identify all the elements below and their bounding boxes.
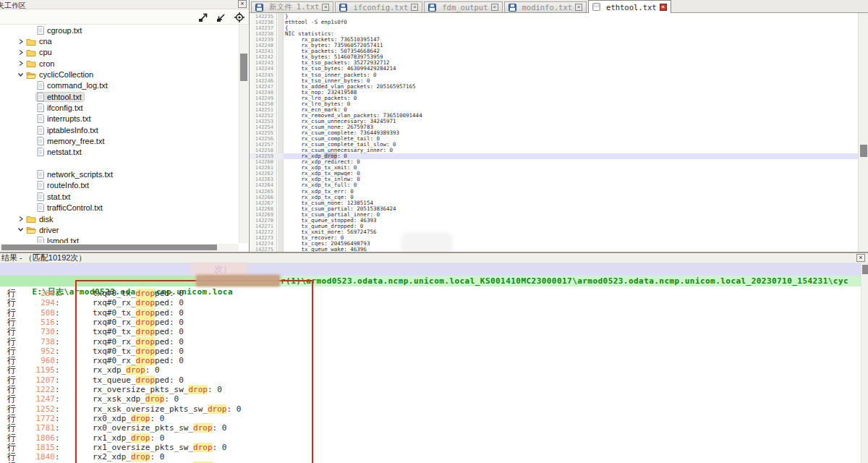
editor-pane[interactable]: 142235}142236ethtool -S enp1s0f0142237{1… xyxy=(250,13,858,252)
tab-ifconfig-txt[interactable]: ifconfig.txt× xyxy=(335,1,422,12)
tree-item-driver[interactable]: driver xyxy=(0,224,239,235)
result-row[interactable]: 行508:txq#0_tx_dropped: 0 xyxy=(0,308,861,318)
tree-item-stat-txt[interactable]: stat.txt xyxy=(0,191,239,202)
locate-active-file-icon[interactable] xyxy=(234,12,245,23)
result-row[interactable]: 行286:txq#0_tx_dropped: 0 xyxy=(0,289,861,298)
scrollbar-thumb[interactable] xyxy=(862,265,868,274)
workspace-vertical-scrollbar[interactable] xyxy=(239,25,248,243)
result-row[interactable]: 行1815:rx1_oversize_pkts_sw_drop: 0 xyxy=(0,443,861,452)
tree-item-routeinfo-txt[interactable]: routeInfo.txt xyxy=(0,180,239,191)
chevron-right-icon[interactable] xyxy=(17,49,25,56)
file-icon xyxy=(37,203,44,212)
result-line-text: rxq#0_rx_dropped: 0 xyxy=(93,337,184,347)
tab-close-icon[interactable]: × xyxy=(491,4,498,11)
chevron-right-icon[interactable] xyxy=(17,38,25,45)
result-colon: : xyxy=(55,365,60,375)
tree-item-cna[interactable]: cna xyxy=(0,35,239,46)
tree-item-lsmod-txt[interactable]: lsmod.txt xyxy=(0,236,239,243)
chevron-down-icon[interactable] xyxy=(17,72,25,78)
tab-close-icon[interactable]: × xyxy=(660,4,667,11)
result-line-text: rx_xsk_oversize_pkts_sw_drop: 0 xyxy=(93,404,241,414)
search-match-highlight: drop xyxy=(126,365,145,375)
chevron-down-icon[interactable] xyxy=(17,226,25,233)
result-row[interactable]: 行738:rxq#0_rx_dropped: 0 xyxy=(0,337,861,347)
result-row[interactable]: 行1840:rx2_xdp_drop: 0 xyxy=(0,452,861,462)
results-close-icon[interactable]: × xyxy=(856,254,865,262)
result-row[interactable]: 行1247:rx_xsk_xdp_drop: 0 xyxy=(0,394,861,404)
search-match-highlight: drop xyxy=(193,443,213,452)
line-number: 142240 xyxy=(250,43,276,48)
line-number: 142236 xyxy=(250,20,276,25)
send-to-editor-icon[interactable] xyxy=(197,12,209,23)
tree-item-netstat-txt[interactable]: netstat.txt xyxy=(0,147,239,158)
editor-vertical-scrollbar[interactable] xyxy=(858,13,868,252)
result-row[interactable]: 行730:txq#0_tx_dropped: 0 xyxy=(0,327,861,336)
result-row-label: 行 xyxy=(7,289,16,298)
result-row[interactable]: 行294:rxq#0_rx_dropped: 0 xyxy=(0,298,861,307)
result-row[interactable]: 行1195:rx_xdp_drop: 0 xyxy=(0,365,861,375)
results-header: 结果 - （匹配10192次） × xyxy=(0,253,868,263)
tree-item-cycliccollection[interactable]: cyclicCollection xyxy=(0,69,239,80)
line-number: 142256 xyxy=(250,136,276,142)
result-row[interactable]: 行516:rxq#0_rx_dropped: 0 xyxy=(0,318,861,327)
tree-item-network-scripts-txt[interactable]: network_scripts.txt xyxy=(0,169,239,179)
search-summary-row: 索 "drop" （1个文件中匹配到10192次，总计 次） xyxy=(0,263,861,276)
result-colon: : xyxy=(55,289,60,298)
line-number: 142252 xyxy=(250,113,276,119)
tree-item-cgroup-txt[interactable]: cgroup.txt xyxy=(0,25,239,35)
scrollbar-thumb[interactable] xyxy=(860,145,867,157)
tree-item-interrupts-txt[interactable]: interrupts.txt xyxy=(0,114,239,124)
tab-close-icon[interactable]: × xyxy=(322,4,329,11)
tab-label: fdm_output xyxy=(442,3,488,12)
workspace-horizontal-scrollbar[interactable] xyxy=(0,244,239,251)
line-number: 142271 xyxy=(250,224,276,229)
tab-close-icon[interactable]: × xyxy=(575,4,582,11)
chevron-right-icon[interactable] xyxy=(17,60,25,67)
tree-item-command-log-txt[interactable]: command_log.txt xyxy=(0,80,239,91)
result-row[interactable]: 行1806:rx1_xdp_drop: 0 xyxy=(0,433,861,443)
tree-item-memory-free-txt[interactable]: memory_free.txt xyxy=(0,135,239,146)
tree-item-iptablesinfo-txt[interactable]: iptablesInfo.txt xyxy=(0,124,239,135)
tab-close-icon[interactable]: × xyxy=(411,4,418,11)
workspace-toolbar xyxy=(0,9,249,25)
tree-item-ifconfig-txt[interactable]: ifconfig.txt xyxy=(0,102,239,113)
tree-item-cron[interactable]: cron xyxy=(0,58,239,69)
line-number: 142244 xyxy=(250,66,276,72)
search-file-path-row[interactable]: E:\日志\armod0523.odata.ncmp.unicom.loca r… xyxy=(0,276,861,286)
result-row[interactable]: 行1781:rx0_oversize_pkts_sw_drop: 0 xyxy=(0,423,861,433)
scrollbar-thumb[interactable] xyxy=(1,245,217,250)
search-match-highlight: drop xyxy=(136,327,156,336)
chevron-right-icon[interactable] xyxy=(17,216,25,222)
tree-item-trafficcontrol-txt[interactable]: trafficControl.txt xyxy=(0,203,239,213)
result-row[interactable]: 行960:rxq#0_rx_dropped: 0 xyxy=(0,356,861,365)
result-row[interactable]: 行952:txq#0_tx_dropped: 0 xyxy=(0,347,861,356)
bring-from-editor-icon[interactable] xyxy=(216,12,227,23)
result-row[interactable]: 行1207:tx_queue_dropped: 0 xyxy=(0,375,861,385)
folder-icon xyxy=(26,37,36,46)
tree-item-cpu[interactable]: cpu xyxy=(0,47,239,58)
result-line-text: rx0_xdp_drop: 0 xyxy=(93,414,164,423)
file-icon xyxy=(37,181,44,190)
tab-fdm-output[interactable]: fdm_output× xyxy=(424,1,502,12)
result-line-number: 286 xyxy=(20,289,55,298)
tree-item-ethtool-txt[interactable]: ethtool.txt xyxy=(0,91,239,102)
redaction-blur xyxy=(197,276,279,286)
tab-modinfo-txt[interactable]: modinfo.txt× xyxy=(504,1,587,12)
results-vertical-scrollbar[interactable] xyxy=(861,263,868,463)
search-match-highlight: drop xyxy=(131,414,150,423)
tree-item-label: cna xyxy=(39,37,52,46)
result-row[interactable]: 行1252:rx_xsk_oversize_pkts_sw_drop: 0 xyxy=(0,404,861,414)
tree-item-disk[interactable]: disk xyxy=(0,213,239,224)
tab--1-txt[interactable]: 新文件 1.txt× xyxy=(251,1,333,12)
workspace-close-icon[interactable]: × xyxy=(238,0,247,8)
tab-ethtool-txt[interactable]: ethtool.txt× xyxy=(588,0,671,13)
result-line-text: rxq#0_rx_dropped: 0 xyxy=(93,298,184,307)
scrollbar-thumb[interactable] xyxy=(240,54,247,81)
result-line-number: 294 xyxy=(20,298,55,307)
result-row-label: 行 xyxy=(7,327,16,336)
result-row[interactable]: 行1222:rx_oversize_pkts_sw_drop: 0 xyxy=(0,385,861,394)
result-row[interactable]: 行1772:rx0_xdp_drop: 0 xyxy=(0,414,861,423)
result-row-label: 行 xyxy=(7,375,16,385)
search-match-highlight: drop xyxy=(136,289,156,298)
line-number: 142272 xyxy=(250,229,276,235)
